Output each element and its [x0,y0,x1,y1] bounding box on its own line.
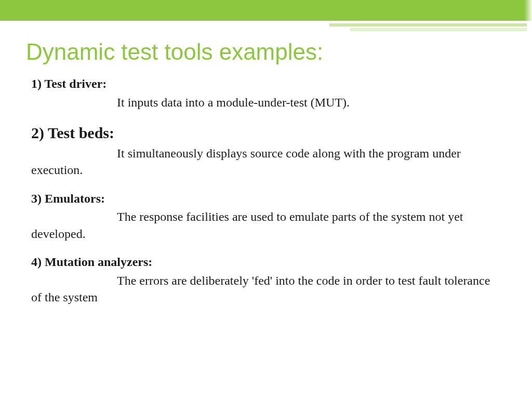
item-description-text: It inputs data into a module-under-test … [117,96,350,109]
slide-top-bar [0,0,532,21]
sub-bar-1 [329,23,527,26]
slide-title: Dynamic test tools examples: [26,39,532,65]
item-description-text: The errors are deliberately 'fed' into t… [31,274,490,304]
item-heading: 4) Mutation analyzers: [31,254,496,271]
item-description: It simultaneously displays source code a… [31,145,496,179]
list-item: 4) Mutation analyzers: The errors are de… [31,254,496,305]
list-item: 2) Test beds: It simultaneously displays… [31,122,496,179]
item-description-text: The response facilities are used to emul… [31,210,463,240]
sub-bar-2 [350,28,527,31]
item-description-text: It simultaneously displays source code a… [31,147,461,177]
decorative-sub-bars [329,23,527,31]
item-description: It inputs data into a module-under-test … [31,94,496,111]
list-item: 1) Test driver: It inputs data into a mo… [31,75,496,111]
item-heading: 2) Test beds: [31,122,496,144]
item-heading: 3) Emulators: [31,190,496,208]
list-item: 3) Emulators: The response facilities ar… [31,190,496,242]
item-description: The errors are deliberately 'fed' into t… [31,272,496,306]
top-bar-fade [516,0,532,21]
slide-content: 1) Test driver: It inputs data into a mo… [0,75,532,306]
item-description: The response facilities are used to emul… [31,208,496,242]
item-heading: 1) Test driver: [31,75,496,93]
